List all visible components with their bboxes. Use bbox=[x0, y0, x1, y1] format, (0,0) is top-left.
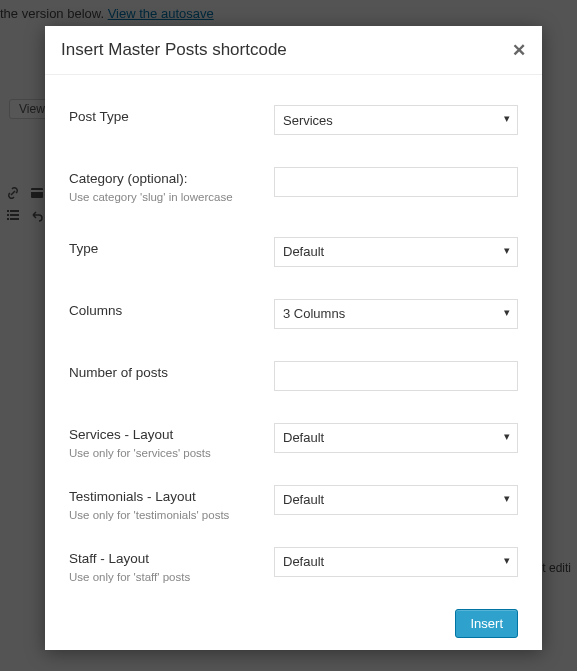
category-input[interactable] bbox=[274, 167, 518, 197]
testimonials-layout-hint: Use only for 'testimonials' posts bbox=[69, 508, 262, 523]
field-number-of-posts: Number of posts bbox=[69, 361, 518, 391]
field-category: Category (optional): Use category 'slug'… bbox=[69, 167, 518, 205]
staff-layout-label: Staff - Layout bbox=[69, 551, 262, 566]
modal-title: Insert Master Posts shortcode bbox=[61, 40, 287, 60]
testimonials-layout-label: Testimonials - Layout bbox=[69, 489, 262, 504]
staff-layout-select[interactable]: Default bbox=[274, 547, 518, 577]
field-testimonials-layout: Testimonials - Layout Use only for 'test… bbox=[69, 485, 518, 523]
columns-select[interactable]: 3 Columns bbox=[274, 299, 518, 329]
staff-layout-hint: Use only for 'staff' posts bbox=[69, 570, 262, 585]
post-type-label: Post Type bbox=[69, 109, 262, 124]
field-type: Type Default bbox=[69, 237, 518, 267]
modal-actions: Insert bbox=[69, 609, 518, 638]
post-type-select[interactable]: Services bbox=[274, 105, 518, 135]
services-layout-hint: Use only for 'services' posts bbox=[69, 446, 262, 461]
field-post-type: Post Type Services bbox=[69, 105, 518, 135]
close-icon[interactable]: ✕ bbox=[512, 42, 526, 59]
testimonials-layout-select[interactable]: Default bbox=[274, 485, 518, 515]
number-of-posts-input[interactable] bbox=[274, 361, 518, 391]
columns-label: Columns bbox=[69, 303, 262, 318]
field-staff-layout: Staff - Layout Use only for 'staff' post… bbox=[69, 547, 518, 585]
type-label: Type bbox=[69, 241, 262, 256]
insert-shortcode-modal: Insert Master Posts shortcode ✕ Post Typ… bbox=[45, 26, 542, 650]
insert-button[interactable]: Insert bbox=[455, 609, 518, 638]
services-layout-label: Services - Layout bbox=[69, 427, 262, 442]
modal-body: Post Type Services Category (optional): … bbox=[45, 75, 542, 650]
category-label: Category (optional): bbox=[69, 171, 262, 186]
modal-header: Insert Master Posts shortcode ✕ bbox=[45, 26, 542, 75]
field-columns: Columns 3 Columns bbox=[69, 299, 518, 329]
type-select[interactable]: Default bbox=[274, 237, 518, 267]
services-layout-select[interactable]: Default bbox=[274, 423, 518, 453]
category-hint: Use category 'slug' in lowercase bbox=[69, 190, 262, 205]
number-of-posts-label: Number of posts bbox=[69, 365, 262, 380]
field-services-layout: Services - Layout Use only for 'services… bbox=[69, 423, 518, 461]
